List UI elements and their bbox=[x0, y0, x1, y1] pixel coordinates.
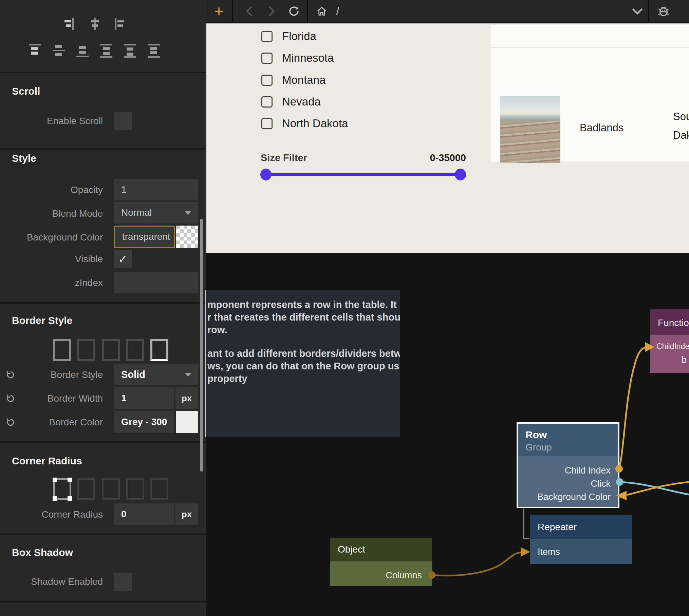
zindex-input[interactable] bbox=[114, 272, 198, 293]
corner-top-right-icon[interactable] bbox=[102, 478, 120, 500]
section-divider bbox=[0, 72, 206, 73]
corner-bottom-left-icon[interactable] bbox=[126, 478, 144, 500]
row-group-node-title: Row bbox=[525, 429, 547, 441]
corner-radius-input[interactable]: 0 bbox=[114, 503, 174, 525]
zindex-label: zIndex bbox=[0, 277, 103, 288]
align-horizontal-right-icon[interactable] bbox=[63, 17, 78, 32]
checkbox-label: North Dakota bbox=[282, 117, 348, 130]
function-port-b[interactable]: b bbox=[682, 355, 687, 365]
tooltip-line: mponent represents a row in the table. I… bbox=[207, 299, 400, 311]
home-icon[interactable] bbox=[314, 0, 329, 22]
checkbox-label: Minnesota bbox=[282, 52, 334, 64]
tooltip-line: r that creates the different cells that … bbox=[207, 311, 400, 324]
border-style-select[interactable]: Solid bbox=[114, 364, 198, 385]
align-vertical-center-icon[interactable] bbox=[51, 43, 66, 58]
table-card: Badlands South Dakota bbox=[491, 25, 689, 161]
state-checkbox-row[interactable]: Montana bbox=[261, 73, 325, 87]
state-checkbox-row[interactable]: North Dakota bbox=[261, 117, 348, 130]
function-port-childindex[interactable]: ChildIndex bbox=[656, 342, 689, 351]
badlands-photo bbox=[500, 96, 560, 163]
chevron-down-icon bbox=[185, 211, 191, 215]
opacity-input[interactable]: 1 bbox=[114, 179, 198, 200]
background-color-input[interactable]: transparent bbox=[114, 226, 175, 248]
state-checkbox-row[interactable]: Florida bbox=[261, 30, 316, 43]
section-divider bbox=[0, 534, 206, 535]
row-group-port-background-color[interactable]: Background Color bbox=[537, 492, 611, 502]
back-button[interactable] bbox=[242, 0, 257, 22]
checkbox-icon[interactable] bbox=[261, 75, 273, 86]
checkbox-icon[interactable] bbox=[261, 118, 273, 129]
border-style-label: Border Style bbox=[0, 369, 103, 380]
border-side-right-icon[interactable] bbox=[102, 339, 120, 361]
row-group-node[interactable]: Row Group Child Index Click Background C… bbox=[517, 422, 619, 508]
distribute-vertical-evenly-icon[interactable] bbox=[146, 43, 161, 58]
checkbox-icon[interactable] bbox=[261, 53, 273, 64]
shadow-enabled-label: Shadow Enabled bbox=[0, 576, 103, 587]
park-name-cell: Badlands bbox=[580, 122, 623, 134]
checkbox-icon[interactable] bbox=[261, 31, 273, 42]
corner-top-left-icon[interactable] bbox=[77, 478, 95, 500]
align-vertical-bottom-icon[interactable] bbox=[75, 43, 90, 58]
repeater-node[interactable]: Repeater Items bbox=[530, 515, 632, 564]
toolbar-divider bbox=[648, 0, 649, 22]
border-side-top-icon[interactable] bbox=[77, 339, 95, 361]
tooltip-line: ant to add different borders/dividers be… bbox=[207, 347, 400, 360]
checkbox-label: Florida bbox=[282, 30, 316, 43]
size-filter-slider[interactable] bbox=[266, 173, 461, 176]
corner-all-icon[interactable] bbox=[53, 478, 71, 500]
align-horizontal-left-icon[interactable] bbox=[112, 17, 127, 32]
path-display[interactable]: / bbox=[333, 0, 343, 22]
table-row[interactable]: Badlands South Dakota bbox=[491, 48, 689, 161]
checkbox-icon[interactable] bbox=[261, 96, 273, 108]
slider-handle-max[interactable] bbox=[455, 169, 466, 180]
viewport-chevron-icon[interactable] bbox=[630, 0, 645, 22]
wire-childindex bbox=[619, 347, 645, 469]
tooltip-line: row. bbox=[207, 324, 400, 336]
checkbox-label: Montana bbox=[282, 74, 325, 86]
size-filter-label: Size Filter bbox=[261, 152, 307, 163]
distribute-vertical-center-icon[interactable] bbox=[123, 43, 137, 58]
preview-toolbar: + / bbox=[206, 0, 689, 23]
section-divider bbox=[0, 441, 206, 443]
background-color-label: Background Color bbox=[0, 232, 103, 243]
corner-section-title: Corner Radius bbox=[12, 455, 82, 467]
border-color-input[interactable]: Grey - 300 bbox=[114, 411, 174, 433]
node-help-tooltip: mponent represents a row in the table. I… bbox=[205, 290, 400, 437]
panel-scrollbar[interactable] bbox=[200, 219, 203, 471]
enable-scroll-checkbox[interactable] bbox=[114, 112, 132, 130]
border-width-unit[interactable]: px bbox=[175, 387, 198, 409]
wire-background-color bbox=[627, 482, 689, 495]
border-width-input[interactable]: 1 bbox=[114, 387, 174, 409]
blend-mode-select[interactable]: Normal bbox=[114, 202, 198, 224]
debug-bug-icon[interactable] bbox=[655, 0, 672, 22]
object-node[interactable]: Object Columns bbox=[330, 538, 432, 586]
border-width-label: Border Width bbox=[0, 393, 103, 404]
park-state-cell-line2: Dakota bbox=[673, 129, 689, 141]
state-checkbox-row[interactable]: Minnesota bbox=[261, 51, 334, 65]
align-horizontal-center-icon[interactable] bbox=[88, 17, 103, 32]
background-color-swatch[interactable] bbox=[176, 226, 198, 248]
object-port-columns[interactable]: Columns bbox=[386, 570, 422, 581]
visible-checkbox[interactable]: ✓ bbox=[114, 250, 132, 268]
function-node[interactable]: Function ChildIndex b bbox=[650, 309, 689, 373]
border-color-swatch[interactable] bbox=[176, 411, 198, 433]
distribute-vertical-space-between-icon[interactable] bbox=[99, 43, 114, 58]
reload-icon[interactable] bbox=[286, 0, 301, 22]
add-page-button[interactable]: + bbox=[211, 0, 226, 22]
align-vertical-top-icon[interactable] bbox=[27, 43, 42, 58]
shadow-enabled-checkbox[interactable] bbox=[114, 573, 132, 591]
corner-radius-unit[interactable]: px bbox=[175, 503, 198, 525]
slider-handle-min[interactable] bbox=[260, 169, 272, 180]
repeater-port-items[interactable]: Items bbox=[538, 547, 560, 557]
row-group-port-child-index[interactable]: Child Index bbox=[565, 465, 611, 476]
corner-bottom-right-icon[interactable] bbox=[150, 478, 168, 500]
forward-button[interactable] bbox=[264, 0, 279, 22]
row-group-port-click[interactable]: Click bbox=[591, 479, 611, 489]
hierarchy-connector bbox=[524, 508, 529, 539]
chevron-down-icon bbox=[185, 373, 191, 377]
border-side-all-icon[interactable] bbox=[53, 339, 71, 361]
enable-scroll-label: Enable Scroll bbox=[0, 116, 103, 127]
state-checkbox-row[interactable]: Nevada bbox=[261, 95, 321, 109]
border-side-bottom-icon[interactable] bbox=[150, 339, 168, 361]
border-side-left-icon[interactable] bbox=[126, 339, 144, 361]
